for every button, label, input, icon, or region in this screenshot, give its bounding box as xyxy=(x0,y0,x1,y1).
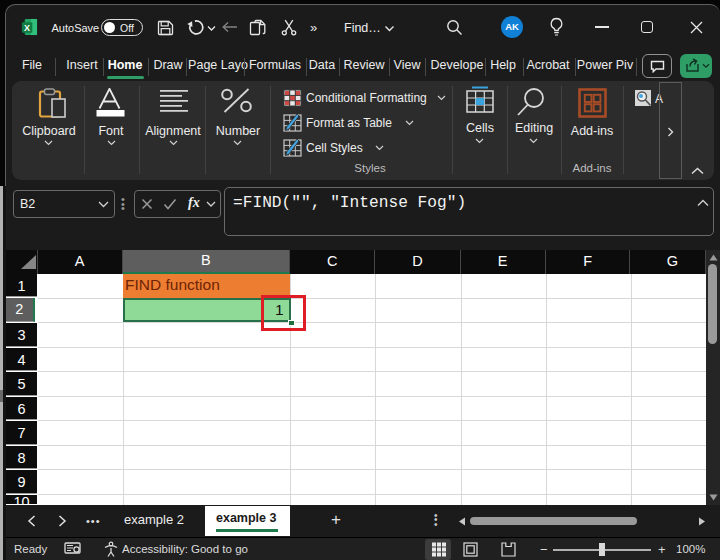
svg-text:X: X xyxy=(24,23,30,33)
